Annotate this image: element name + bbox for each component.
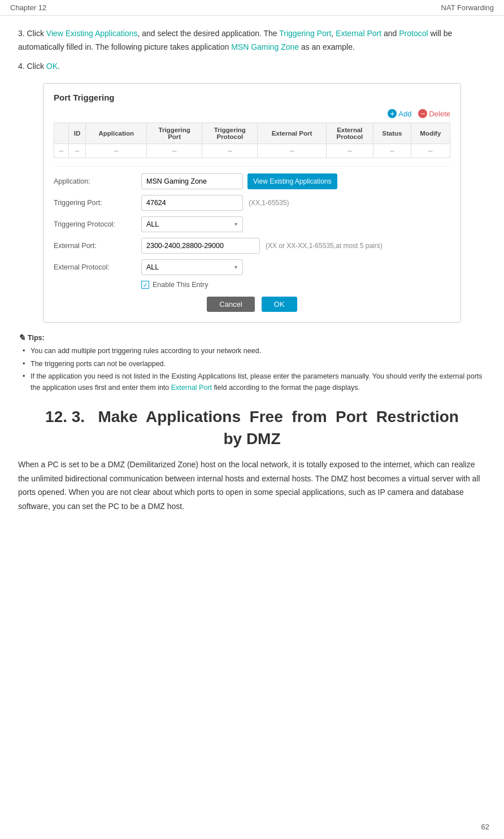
port-triggering-panel: Port Triggering + Add − Delete ID Applic… xyxy=(43,83,461,323)
msn-gaming-zone-link[interactable]: MSN Gaming Zone xyxy=(231,42,299,51)
application-row: Application: View Existing Applications xyxy=(54,173,450,189)
section-body: When a PC is set to be a DMZ (Demilitari… xyxy=(18,458,486,513)
step-3-text: 3. Click View Existing Applications, and… xyxy=(18,27,486,54)
triggering-protocol-row: Triggering Protocol: ALL xyxy=(54,216,450,232)
external-port-label: External Port: xyxy=(54,242,141,250)
col-status: Status xyxy=(373,123,411,144)
tips-label: Tips: xyxy=(28,334,45,342)
external-protocol-select[interactable]: ALL xyxy=(141,259,243,275)
col-triggering-protocol: TriggeringProtocol xyxy=(202,123,258,144)
tips-header: ✎ Tips: xyxy=(18,333,486,343)
external-protocol-label: External Protocol: xyxy=(54,263,141,271)
triggering-port-row: Triggering Port: (XX,1-65535) xyxy=(54,195,450,211)
enable-entry-row: ✓ Enable This Entry xyxy=(141,281,450,289)
ok-button[interactable]: OK xyxy=(262,297,297,312)
delete-button[interactable]: − Delete xyxy=(418,109,450,118)
external-port-link-tip[interactable]: External Port xyxy=(171,384,212,392)
application-label: Application: xyxy=(54,177,141,185)
cancel-button[interactable]: Cancel xyxy=(207,297,254,312)
table-toolbar: + Add − Delete xyxy=(54,109,450,118)
view-existing-apps-button[interactable]: View Existing Applications xyxy=(247,173,337,189)
external-port-row: External Port: (XX or XX-XX,1-65535,at m… xyxy=(54,238,450,254)
triggering-port-hint: (XX,1-65535) xyxy=(249,199,289,207)
external-protocol-select-wrapper: ALL xyxy=(141,259,243,275)
tip-3: If the application you need is not liste… xyxy=(23,371,486,393)
section-label: NAT Forwarding xyxy=(441,3,494,12)
ok-link[interactable]: OK xyxy=(46,62,58,71)
col-application: Application xyxy=(86,123,147,144)
panel-title: Port Triggering xyxy=(54,93,450,102)
chapter-label: Chapter 12 xyxy=(10,3,46,12)
add-button[interactable]: + Add xyxy=(388,109,411,118)
minus-icon: − xyxy=(418,109,427,118)
form-actions: Cancel OK xyxy=(54,297,450,312)
page-number: 62 xyxy=(481,823,489,831)
entry-form: Application: View Existing Applications … xyxy=(54,166,450,312)
protocol-link[interactable]: Protocol xyxy=(399,29,428,38)
tips-icon: ✎ xyxy=(18,333,25,343)
check-icon: ✓ xyxy=(143,282,147,288)
tip-2: The triggering ports can not be overlapp… xyxy=(23,359,486,369)
col-id: ID xyxy=(68,123,86,144)
section-heading: 12. 3. Make Applications Free from Port … xyxy=(18,406,486,450)
triggering-port-link[interactable]: Triggering Port xyxy=(279,29,331,38)
tips-list: You can add multiple port triggering rul… xyxy=(18,346,486,393)
triggering-protocol-label: Triggering Protocol: xyxy=(54,220,141,228)
table-row: -- -- -- -- -- -- -- -- -- xyxy=(54,144,450,158)
col-modify: Modify xyxy=(411,123,450,144)
col-checkbox xyxy=(54,123,69,144)
tip-1: You can add multiple port triggering rul… xyxy=(23,346,486,357)
col-triggering-port: TriggeringPort xyxy=(147,123,202,144)
col-external-port: External Port xyxy=(258,123,326,144)
external-protocol-row: External Protocol: ALL xyxy=(54,259,450,275)
plus-icon: + xyxy=(388,109,397,118)
col-external-protocol: ExternalProtocol xyxy=(326,123,373,144)
enable-checkbox[interactable]: ✓ xyxy=(141,281,149,289)
triggering-port-input[interactable] xyxy=(141,195,243,211)
port-triggering-table: ID Application TriggeringPort Triggering… xyxy=(54,123,450,158)
page-header: Chapter 12 NAT Forwarding xyxy=(0,0,504,16)
tips-section: ✎ Tips: You can add multiple port trigge… xyxy=(18,333,486,393)
external-port-link-inline[interactable]: External Port xyxy=(336,29,381,38)
enable-label: Enable This Entry xyxy=(153,281,208,289)
external-port-input[interactable] xyxy=(141,238,260,254)
view-existing-apps-link[interactable]: View Existing Applications xyxy=(46,29,138,38)
step-4-text: 4. Click OK. xyxy=(18,60,486,73)
triggering-protocol-select[interactable]: ALL xyxy=(141,216,243,232)
triggering-protocol-select-wrapper: ALL xyxy=(141,216,243,232)
triggering-port-label: Triggering Port: xyxy=(54,199,141,207)
external-port-hint: (XX or XX-XX,1-65535,at most 5 pairs) xyxy=(266,242,383,250)
application-input[interactable] xyxy=(141,173,243,189)
